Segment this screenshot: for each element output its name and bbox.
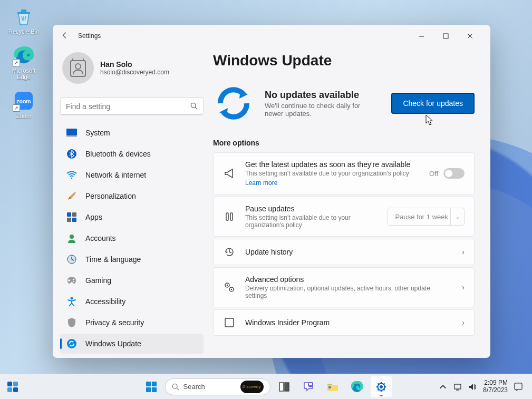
card-windows-insider[interactable]: Windows Insider Program › bbox=[213, 309, 475, 336]
svg-rect-31 bbox=[7, 387, 12, 392]
pause-select[interactable]: Pause for 1 week ⌄ bbox=[388, 208, 465, 226]
svg-rect-34 bbox=[152, 382, 157, 386]
card-sub: This setting isn't available due to your… bbox=[245, 170, 420, 177]
window-titlebar: Settings bbox=[53, 25, 490, 47]
card-get-latest[interactable]: Get the latest updates as soon as they'r… bbox=[213, 152, 475, 194]
network-tray-icon[interactable] bbox=[453, 383, 462, 391]
search-placeholder: Search bbox=[183, 383, 234, 391]
zoom-label: Zoom bbox=[16, 113, 31, 119]
chevron-right-icon: › bbox=[462, 318, 465, 327]
sound-tray-icon[interactable] bbox=[468, 383, 477, 391]
svg-point-44 bbox=[380, 385, 383, 388]
sidebar-item-apps[interactable]: Apps bbox=[60, 207, 204, 227]
nav-label: Windows Update bbox=[85, 339, 141, 348]
sync-icon bbox=[213, 83, 254, 124]
clock-icon bbox=[66, 254, 77, 265]
recycle-bin-label: Recycle Bin bbox=[8, 28, 39, 35]
close-button[interactable] bbox=[458, 27, 482, 44]
brush-icon bbox=[66, 191, 77, 201]
svg-rect-8 bbox=[66, 135, 77, 137]
card-title: Update history bbox=[245, 248, 452, 256]
sidebar-item-accessibility[interactable]: Accessibility bbox=[60, 291, 204, 312]
svg-point-5 bbox=[75, 64, 81, 69]
taskbar-search[interactable]: Search Discovery bbox=[165, 378, 270, 395]
minimize-button[interactable] bbox=[409, 27, 433, 44]
svg-rect-33 bbox=[146, 382, 151, 386]
shield-icon bbox=[66, 317, 77, 328]
apps-icon bbox=[66, 212, 77, 222]
bluetooth-icon bbox=[66, 149, 77, 159]
wifi-icon bbox=[66, 170, 77, 180]
svg-rect-7 bbox=[66, 129, 77, 135]
svg-rect-12 bbox=[72, 212, 76, 217]
file-explorer-button[interactable] bbox=[322, 376, 343, 397]
nav-label: Personalization bbox=[85, 192, 136, 200]
svg-rect-13 bbox=[67, 218, 71, 222]
svg-rect-29 bbox=[7, 382, 12, 386]
sidebar-item-bluetooth[interactable]: Bluetooth & devices bbox=[60, 144, 204, 164]
system-tray[interactable]: 2:09 PM 8/7/2023 bbox=[439, 379, 527, 393]
back-button[interactable] bbox=[61, 32, 69, 41]
chat-button[interactable] bbox=[298, 376, 319, 397]
maximize-button[interactable] bbox=[433, 27, 458, 44]
nav-label: Apps bbox=[85, 213, 102, 221]
svg-point-10 bbox=[71, 178, 73, 179]
nav-label: Accessibility bbox=[85, 297, 125, 306]
recycle-bin-icon[interactable]: Recycle Bin bbox=[5, 5, 42, 35]
svg-rect-11 bbox=[67, 212, 71, 217]
accessibility-icon bbox=[66, 296, 77, 307]
card-update-history[interactable]: Update history › bbox=[213, 239, 475, 265]
sidebar-item-time[interactable]: Time & language bbox=[60, 249, 204, 269]
svg-rect-38 bbox=[279, 383, 284, 391]
card-title: Pause updates bbox=[245, 205, 378, 213]
user-card[interactable]: Han Solo hsolo@discoveryed.com bbox=[60, 47, 204, 93]
user-email: hsolo@discoveryed.com bbox=[100, 69, 169, 76]
chevron-right-icon: › bbox=[462, 283, 465, 291]
sidebar-item-network[interactable]: Network & internet bbox=[60, 165, 204, 185]
widgets-button[interactable] bbox=[5, 379, 20, 394]
edge-icon[interactable]: ↗ Microsoft Edge bbox=[5, 44, 42, 80]
svg-rect-3 bbox=[443, 34, 448, 38]
svg-rect-22 bbox=[226, 213, 228, 220]
search-input[interactable] bbox=[66, 102, 187, 111]
edge-button[interactable] bbox=[346, 376, 367, 397]
svg-point-20 bbox=[71, 297, 73, 300]
task-view-button[interactable] bbox=[274, 376, 295, 397]
insider-icon bbox=[223, 317, 236, 328]
svg-rect-36 bbox=[152, 387, 157, 392]
zoom-icon[interactable]: zoom ↗ Zoom bbox=[5, 90, 42, 119]
sidebar-item-windows-update[interactable]: Windows Update bbox=[60, 334, 204, 354]
nav-label: Bluetooth & devices bbox=[85, 150, 151, 158]
card-title: Advanced options bbox=[245, 275, 452, 284]
sidebar-item-privacy[interactable]: Privacy & security bbox=[60, 313, 204, 333]
search-box[interactable] bbox=[60, 98, 204, 115]
nav-label: Network & internet bbox=[85, 171, 146, 179]
toggle-switch[interactable] bbox=[443, 168, 465, 179]
svg-rect-39 bbox=[285, 383, 289, 391]
toggle-label: Off bbox=[429, 170, 438, 178]
check-for-updates-button[interactable]: Check for updates bbox=[391, 93, 475, 114]
settings-button[interactable] bbox=[371, 376, 392, 397]
notifications-tray-icon[interactable] bbox=[514, 383, 523, 391]
card-pause-updates[interactable]: Pause updates This setting isn't availab… bbox=[213, 197, 475, 237]
start-button[interactable] bbox=[141, 376, 162, 397]
sidebar-item-personalization[interactable]: Personalization bbox=[60, 186, 204, 206]
sidebar-item-accounts[interactable]: Accounts bbox=[60, 228, 204, 248]
nav-label: Time & language bbox=[85, 255, 141, 264]
status-heading: No updates available bbox=[265, 90, 381, 101]
discovery-pill: Discovery bbox=[240, 381, 264, 393]
sidebar-item-gaming[interactable]: Gaming bbox=[60, 270, 204, 290]
svg-rect-28 bbox=[225, 318, 234, 327]
gaming-icon bbox=[66, 275, 77, 286]
taskbar-clock[interactable]: 2:09 PM 8/7/2023 bbox=[483, 379, 508, 393]
learn-more-link[interactable]: Learn more bbox=[245, 179, 420, 187]
nav: System Bluetooth & devices Network & int… bbox=[60, 123, 204, 354]
card-advanced-options[interactable]: Advanced options Delivery optimization, … bbox=[213, 267, 475, 307]
desktop-icons: Recycle Bin ↗ Microsoft Edge zoom ↗ Zoom bbox=[5, 5, 42, 119]
update-icon bbox=[66, 338, 77, 349]
sidebar-item-system[interactable]: System bbox=[60, 123, 204, 143]
svg-rect-14 bbox=[72, 218, 76, 222]
chevron-up-icon[interactable] bbox=[439, 383, 447, 391]
megaphone-icon bbox=[223, 168, 236, 179]
nav-label: Privacy & security bbox=[85, 318, 144, 327]
